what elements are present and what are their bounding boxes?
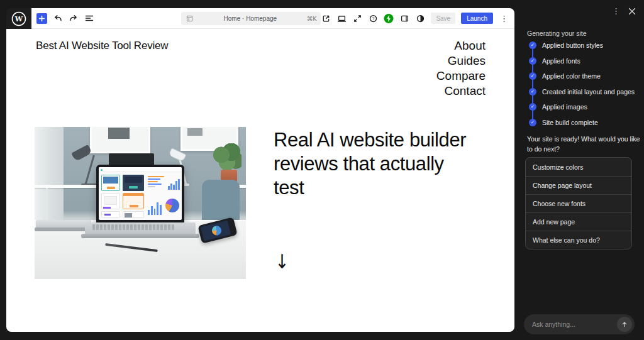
styles-button[interactable] bbox=[415, 13, 425, 23]
step-item: Site build complete bbox=[529, 115, 635, 131]
help-button[interactable]: ? bbox=[368, 13, 378, 23]
step-item: Applied color theme bbox=[529, 69, 635, 84]
step-item: Applied images bbox=[529, 99, 635, 115]
step-item: Applied button styles bbox=[529, 38, 635, 53]
wall-frame bbox=[90, 127, 150, 153]
help-icon: ? bbox=[369, 14, 378, 23]
jetpack-button[interactable] bbox=[384, 13, 394, 23]
step-item: Applied fonts bbox=[529, 53, 635, 69]
site-navigation: About Guides Compare Contact bbox=[436, 38, 486, 99]
expand-icon bbox=[353, 14, 362, 23]
site-preview-canvas: Best AI Website Tool Review About Guides… bbox=[6, 29, 514, 332]
check-icon bbox=[529, 103, 536, 111]
close-sidebar-button[interactable] bbox=[628, 8, 636, 15]
wordpress-logo[interactable]: W bbox=[6, 8, 31, 29]
device-preview-button[interactable] bbox=[336, 13, 347, 23]
step-item: Created initial layout and pages bbox=[529, 84, 635, 100]
check-icon bbox=[529, 72, 536, 80]
wordpress-logo-icon: W bbox=[11, 11, 27, 27]
scroll-down-arrow[interactable]: ↓ bbox=[275, 250, 289, 273]
hero-heading[interactable]: Real AI website builder reviews that act… bbox=[274, 128, 474, 200]
svg-text:?: ? bbox=[372, 16, 374, 20]
hero-image[interactable] bbox=[35, 127, 246, 279]
send-button[interactable] bbox=[617, 317, 632, 332]
build-steps: Applied button styles Applied fonts Appl… bbox=[529, 38, 635, 130]
jetpack-icon bbox=[384, 13, 394, 24]
ready-message: Your site is ready! What would you like … bbox=[527, 134, 641, 154]
laptop bbox=[96, 165, 184, 224]
fullscreen-button[interactable] bbox=[352, 13, 362, 23]
site-title[interactable]: Best AI Website Tool Review bbox=[36, 40, 168, 52]
editor-toolbar: Home · Homepage ⌘K ? Save Launch ⋮ bbox=[31, 8, 514, 29]
ask-input[interactable] bbox=[532, 321, 617, 328]
document-title: Home · Homepage bbox=[194, 15, 307, 22]
block-inserter-button[interactable] bbox=[36, 13, 47, 24]
list-view-icon bbox=[84, 13, 94, 23]
action-change-page-layout[interactable]: Change page layout bbox=[526, 176, 631, 194]
action-what-else[interactable]: What else can you do? bbox=[526, 231, 631, 249]
check-icon bbox=[529, 119, 536, 126]
laptop-icon bbox=[337, 14, 347, 23]
redo-icon bbox=[69, 13, 79, 23]
check-icon bbox=[529, 57, 536, 65]
nav-link-compare[interactable]: Compare bbox=[436, 69, 486, 84]
settings-sidebar-button[interactable] bbox=[399, 13, 409, 23]
suggested-actions: Customize colors Change page layout Choo… bbox=[525, 157, 632, 250]
nav-link-about[interactable]: About bbox=[436, 38, 486, 53]
toolbar-options-menu[interactable]: ⋮ bbox=[499, 14, 509, 23]
plus-icon bbox=[38, 15, 45, 22]
undo-icon bbox=[53, 13, 63, 23]
pie-chart bbox=[165, 199, 179, 212]
svg-text:W: W bbox=[14, 15, 23, 23]
check-icon bbox=[529, 41, 536, 49]
action-choose-new-fonts[interactable]: Choose new fonts bbox=[526, 194, 631, 212]
ask-anything-bar bbox=[524, 314, 635, 334]
check-icon bbox=[529, 88, 536, 96]
nav-link-contact[interactable]: Contact bbox=[436, 84, 486, 99]
sidebar-options-menu[interactable]: ⋮ bbox=[612, 6, 620, 16]
view-site-button[interactable] bbox=[321, 13, 331, 23]
chair bbox=[202, 180, 240, 221]
list-view-button[interactable] bbox=[84, 13, 94, 23]
command-shortcut: ⌘K bbox=[307, 15, 317, 22]
external-link-icon bbox=[321, 14, 331, 23]
contrast-icon bbox=[416, 14, 425, 23]
ai-assistant-sidebar: ⋮ Generating your site Applied button st… bbox=[514, 0, 644, 340]
arrow-up-icon bbox=[621, 321, 628, 328]
template-icon bbox=[186, 14, 194, 23]
undo-button[interactable] bbox=[53, 13, 63, 23]
launch-button[interactable]: Launch bbox=[461, 13, 493, 24]
redo-button[interactable] bbox=[69, 13, 79, 23]
action-add-new-page[interactable]: Add new page bbox=[526, 212, 631, 231]
close-icon bbox=[628, 8, 636, 15]
sidebar-panel-icon bbox=[400, 14, 409, 23]
save-button[interactable]: Save bbox=[431, 13, 455, 24]
dashboard-screen bbox=[99, 167, 182, 220]
desk-lamp bbox=[71, 145, 92, 162]
nav-link-guides[interactable]: Guides bbox=[436, 53, 486, 69]
plant bbox=[213, 143, 242, 172]
status-heading: Generating your site bbox=[527, 30, 587, 37]
action-customize-colors[interactable]: Customize colors bbox=[526, 158, 631, 176]
command-palette[interactable]: Home · Homepage ⌘K bbox=[181, 12, 321, 25]
